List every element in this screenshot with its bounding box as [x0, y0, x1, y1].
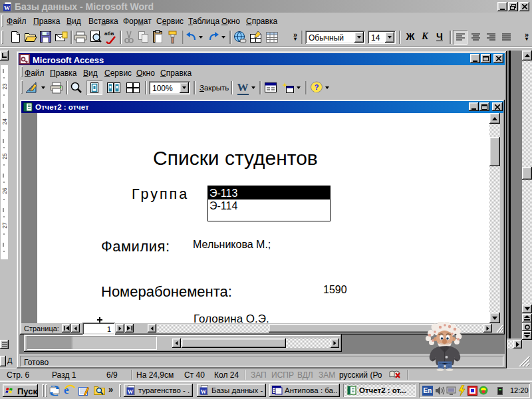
svg-text:W: W [128, 388, 134, 395]
svg-text:27: 27 [1, 222, 8, 229]
svg-text:26: 26 [1, 188, 8, 194]
svg-text:W: W [4, 5, 10, 11]
svg-text:25: 25 [1, 153, 8, 160]
svg-text:24: 24 [1, 118, 8, 125]
svg-text:?: ? [315, 83, 319, 91]
svg-text:23: 23 [1, 83, 8, 90]
svg-text:W: W [201, 388, 207, 395]
svg-text:абв: абв [104, 31, 114, 37]
